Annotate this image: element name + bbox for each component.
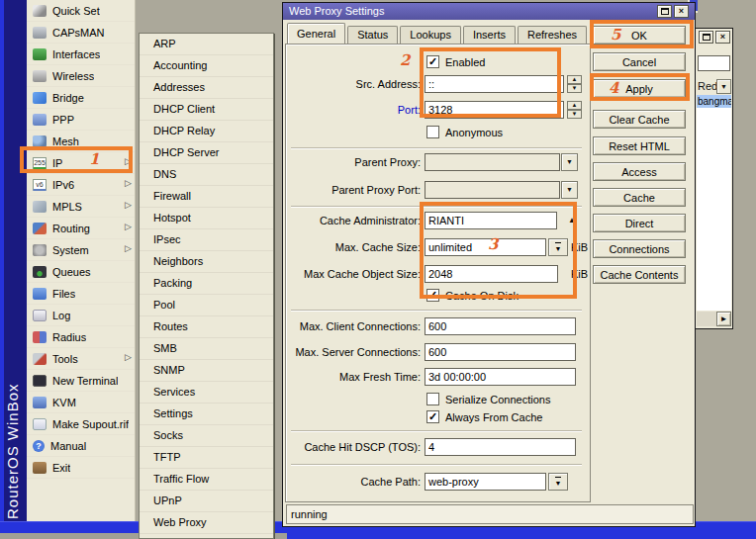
- submenu-item-dhcp-client[interactable]: DHCP Client: [140, 99, 273, 121]
- parent-proxy-port-field[interactable]: [425, 181, 560, 199]
- connections-button[interactable]: Connections: [593, 239, 686, 258]
- tab-general[interactable]: General: [287, 23, 345, 44]
- always-from-cache-checkbox[interactable]: ✓: [426, 410, 439, 423]
- max-cache-size-field[interactable]: unlimited: [425, 238, 546, 256]
- chevron-down-icon[interactable]: ▼: [716, 79, 731, 94]
- src-address-stepper[interactable]: ▲ ▼: [567, 75, 582, 93]
- cancel-button[interactable]: Cancel: [593, 52, 686, 71]
- spin-up-icon[interactable]: ▲: [567, 101, 582, 110]
- close-button[interactable]: ×: [715, 31, 730, 44]
- sidebar-item-quick-set[interactable]: Quick Set: [27, 0, 135, 22]
- drop-list-icon[interactable]: ▼: [548, 238, 568, 256]
- cache-hit-dscp-field[interactable]: 4: [425, 438, 576, 456]
- ok-button[interactable]: OK: [593, 26, 686, 45]
- submenu-item-snmp[interactable]: SNMP: [140, 360, 273, 382]
- submenu-item-socks[interactable]: Socks: [140, 425, 273, 447]
- access-button[interactable]: Access: [593, 162, 686, 181]
- maximize-button[interactable]: [699, 31, 713, 44]
- cache-button[interactable]: Cache: [593, 188, 686, 207]
- submenu-item-tftp[interactable]: TFTP: [140, 447, 273, 469]
- spin-down-icon[interactable]: ▼: [567, 110, 582, 119]
- submenu-item-firewall[interactable]: Firewall: [140, 186, 273, 208]
- direct-button[interactable]: Direct: [593, 214, 686, 232]
- separator: [291, 310, 582, 312]
- sidebar-item-ppp[interactable]: PPP: [27, 109, 135, 131]
- submenu-item-web-proxy[interactable]: Web Proxy: [140, 512, 273, 534]
- submenu-item-accounting[interactable]: Accounting: [140, 55, 273, 77]
- sidebar-item-ip[interactable]: 255IP▷: [27, 152, 135, 174]
- tab-status[interactable]: Status: [347, 26, 398, 44]
- clear-cache-button[interactable]: Clear Cache: [593, 110, 686, 129]
- submenu-item-traffic-flow[interactable]: Traffic Flow: [140, 469, 273, 491]
- chevron-down-icon[interactable]: ▼: [561, 181, 578, 199]
- max-client-connections-field[interactable]: 600: [425, 317, 576, 335]
- sidebar-item-new-terminal[interactable]: New Terminal: [27, 370, 135, 392]
- sidebar-item-exit[interactable]: Exit: [27, 457, 135, 479]
- submenu-item-smb[interactable]: SMB: [140, 338, 273, 360]
- enabled-checkbox[interactable]: ✓: [426, 55, 439, 68]
- sidebar-item-queues[interactable]: Queues: [27, 261, 135, 283]
- submenu-item-arp[interactable]: ARP: [140, 34, 273, 55]
- sidebar-item-files[interactable]: Files: [27, 283, 135, 305]
- submenu-item-services[interactable]: Services: [140, 382, 273, 404]
- drop-list-icon[interactable]: ▼: [548, 473, 568, 491]
- submenu-item-packing[interactable]: Packing: [140, 273, 273, 295]
- column-header-label[interactable]: Red: [698, 80, 717, 92]
- submenu-item-neighbors[interactable]: Neighbors: [140, 251, 273, 273]
- cache-administrator-field[interactable]: RIANTI: [425, 212, 557, 229]
- max-cache-object-size-field[interactable]: 2048: [425, 265, 558, 283]
- submenu-item-ipsec[interactable]: IPsec: [140, 229, 273, 251]
- port-stepper[interactable]: ▲ ▼: [567, 101, 582, 119]
- sidebar-item-capsman[interactable]: CAPsMAN: [27, 22, 135, 44]
- max-server-connections-field[interactable]: 600: [425, 343, 576, 361]
- sidebar-item-ipv6[interactable]: v6IPv6▷: [27, 174, 135, 196]
- sidebar-item-interfaces[interactable]: Interfaces: [27, 44, 135, 65]
- spin-down-icon[interactable]: ▼: [567, 84, 582, 93]
- src-address-field[interactable]: ::: [425, 75, 564, 93]
- reset-html-button[interactable]: Reset HTML: [593, 136, 686, 155]
- tab-inserts[interactable]: Inserts: [463, 26, 516, 44]
- scroll-up-icon[interactable]: ▲: [568, 216, 576, 225]
- submenu-item-addresses[interactable]: Addresses: [140, 77, 273, 99]
- port-field[interactable]: 3128: [425, 101, 564, 119]
- sidebar-item-mpls[interactable]: MPLS▷: [27, 196, 135, 218]
- sidebar-item-wireless[interactable]: Wireless: [27, 65, 135, 87]
- sidebar-item-tools[interactable]: Tools▷: [27, 348, 135, 370]
- sidebar-item-system[interactable]: System▷: [27, 239, 135, 261]
- maximize-button[interactable]: [657, 5, 672, 18]
- parent-proxy-field[interactable]: [425, 153, 560, 171]
- serialize-connections-checkbox[interactable]: [426, 393, 439, 405]
- submenu-item-upnp[interactable]: UPnP: [140, 491, 273, 512]
- close-button[interactable]: ×: [674, 5, 689, 18]
- submenu-item-routes[interactable]: Routes: [140, 316, 273, 338]
- sidebar-item-manual[interactable]: ?Manual: [27, 435, 135, 457]
- chevron-down-icon[interactable]: ▼: [561, 153, 578, 171]
- submenu-item-dns[interactable]: DNS: [140, 164, 273, 186]
- sidebar-item-routing[interactable]: Routing▷: [27, 218, 135, 239]
- tab-refreshes[interactable]: Refreshes: [518, 26, 587, 44]
- submenu-item-settings[interactable]: Settings: [140, 404, 273, 425]
- submenu-item-hotspot[interactable]: Hotspot: [140, 208, 273, 229]
- apply-button[interactable]: Apply: [593, 79, 686, 98]
- sidebar-item-make-supout[interactable]: Make Supout.rif: [27, 413, 135, 435]
- sidebar-item-kvm[interactable]: KVM: [27, 392, 135, 413]
- submenu-item-dhcp-server[interactable]: DHCP Server: [140, 142, 273, 164]
- submenu-item-pool[interactable]: Pool: [140, 295, 273, 316]
- scroll-right-icon[interactable]: ►: [716, 312, 731, 326]
- selected-list-item[interactable]: bangma: [697, 95, 731, 108]
- cache-path-field[interactable]: web-proxy: [425, 473, 546, 491]
- anonymous-checkbox[interactable]: [426, 126, 439, 138]
- sidebar-item-radius[interactable]: Radius: [27, 326, 135, 348]
- cache-on-disk-checkbox[interactable]: ✓: [426, 289, 439, 302]
- submenu-item-dhcp-relay[interactable]: DHCP Relay: [140, 121, 273, 142]
- sidebar-item-log[interactable]: Log: [27, 305, 135, 326]
- cache-contents-button[interactable]: Cache Contents: [593, 265, 686, 284]
- filter-input[interactable]: [698, 55, 730, 71]
- max-fresh-time-field[interactable]: 3d 00:00:00: [425, 368, 576, 386]
- horizontal-scrollbar[interactable]: ►: [697, 312, 731, 326]
- sidebar-item-mesh[interactable]: Mesh: [27, 131, 135, 152]
- tab-lookups[interactable]: Lookups: [400, 26, 461, 44]
- dialog-titlebar[interactable]: Web Proxy Settings: [283, 3, 695, 20]
- sidebar-item-bridge[interactable]: Bridge: [27, 87, 135, 109]
- spin-up-icon[interactable]: ▲: [567, 75, 582, 84]
